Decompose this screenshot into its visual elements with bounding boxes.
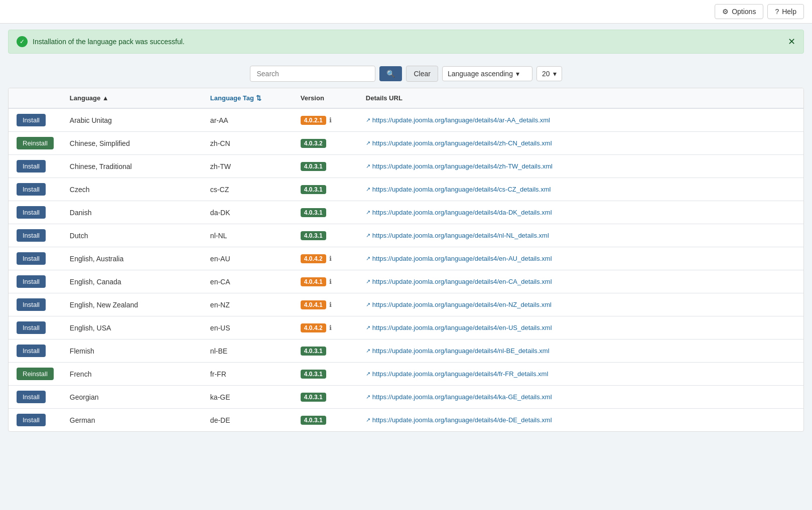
install-button[interactable]: Install — [17, 391, 46, 403]
version-badge: 4.0.3.1 — [301, 162, 326, 171]
table-row: InstallChinese, Traditionalzh-TW4.0.3.1↗… — [9, 155, 803, 178]
language-name: English, New Zealand — [70, 301, 138, 309]
version-badge: 4.0.4.1 — [301, 300, 326, 309]
top-bar: ⚙ Options ? Help — [0, 0, 812, 24]
external-link-icon: ↗ — [366, 324, 370, 331]
alert-check-icon: ✓ — [17, 36, 28, 47]
language-name: Danish — [70, 209, 92, 217]
info-icon[interactable]: ℹ — [329, 255, 332, 262]
external-link-icon: ↗ — [366, 301, 370, 308]
details-url-link[interactable]: ↗ https://update.joomla.org/language/det… — [366, 278, 795, 285]
details-url-link[interactable]: ↗ https://update.joomla.org/language/det… — [366, 255, 795, 262]
per-page-value: 20 — [542, 70, 550, 78]
install-button[interactable]: Install — [17, 183, 46, 196]
language-tag: ar-AA — [210, 116, 228, 124]
info-icon[interactable]: ℹ — [329, 301, 332, 308]
details-url-link[interactable]: ↗ https://update.joomla.org/language/det… — [366, 370, 795, 378]
install-button[interactable]: Install — [17, 160, 46, 173]
details-url-link[interactable]: ↗ https://update.joomla.org/language/det… — [366, 393, 795, 401]
version-badge: 4.0.2.1 — [301, 116, 326, 125]
language-name: Georgian — [70, 393, 99, 401]
language-name: German — [70, 416, 95, 424]
alert-content: ✓ Installation of the language pack was … — [17, 36, 185, 47]
install-button[interactable]: Install — [17, 321, 46, 334]
table-row: InstallGermande-DE4.0.3.1↗ https://updat… — [9, 409, 803, 432]
details-url-link[interactable]: ↗ https://update.joomla.org/language/det… — [366, 186, 795, 193]
success-alert: ✓ Installation of the language pack was … — [8, 30, 804, 54]
version-badge: 4.0.3.1 — [301, 208, 326, 217]
language-tag: en-US — [210, 324, 230, 332]
table-row: InstallEnglish, Canadaen-CA4.0.4.1ℹ↗ htt… — [9, 270, 803, 293]
version-badge: 4.0.3.1 — [301, 370, 326, 379]
col-header-details: Details URL — [358, 88, 803, 108]
reinstall-button[interactable]: Reinstall — [17, 137, 54, 149]
install-button[interactable]: Install — [17, 114, 46, 126]
help-icon: ? — [775, 8, 779, 16]
details-url-link[interactable]: ↗ https://update.joomla.org/language/det… — [366, 232, 795, 239]
search-input[interactable] — [250, 66, 375, 82]
version-badge: 4.0.3.1 — [301, 416, 326, 425]
per-page-select[interactable]: 20 ▾ — [536, 66, 562, 81]
search-button[interactable]: 🔍 — [379, 66, 402, 81]
language-name: Arabic Unitag — [70, 116, 112, 124]
version-badge: 4.0.3.1 — [301, 185, 326, 194]
external-link-icon: ↗ — [366, 163, 370, 169]
install-button[interactable]: Install — [17, 252, 46, 265]
install-button[interactable]: Install — [17, 345, 46, 357]
install-button[interactable]: Install — [17, 229, 46, 242]
info-icon[interactable]: ℹ — [329, 116, 332, 124]
language-table: Language ▲ Language Tag ⇅ Version Detail… — [9, 88, 803, 431]
details-url-link[interactable]: ↗ https://update.joomla.org/language/det… — [366, 162, 795, 170]
language-table-container: Language ▲ Language Tag ⇅ Version Detail… — [8, 88, 804, 432]
details-url-link[interactable]: ↗ https://update.joomla.org/language/det… — [366, 301, 795, 308]
table-row: InstallEnglish, USAen-US4.0.4.2ℹ↗ https:… — [9, 316, 803, 339]
table-row: ReinstallChinese, Simplifiedzh-CN4.0.3.2… — [9, 132, 803, 155]
language-tag: en-AU — [210, 255, 230, 263]
chevron-down-icon: ▾ — [553, 70, 557, 78]
info-icon[interactable]: ℹ — [329, 324, 332, 331]
clear-button[interactable]: Clear — [406, 66, 438, 82]
external-link-icon: ↗ — [366, 417, 370, 423]
options-button[interactable]: ⚙ Options — [715, 4, 763, 19]
language-tag: ka-GE — [210, 393, 230, 401]
search-icon: 🔍 — [386, 70, 395, 78]
col-header-tag[interactable]: Language Tag ⇅ — [202, 88, 293, 108]
details-url-link[interactable]: ↗ https://update.joomla.org/language/det… — [366, 324, 795, 331]
external-link-icon: ↗ — [366, 255, 370, 262]
language-tag: cs-CZ — [210, 186, 229, 194]
col-header-language[interactable]: Language ▲ — [62, 88, 202, 108]
install-button[interactable]: Install — [17, 206, 46, 219]
external-link-icon: ↗ — [366, 209, 370, 216]
help-button[interactable]: ? Help — [767, 4, 804, 19]
external-link-icon: ↗ — [366, 348, 370, 354]
version-badge: 4.0.4.1 — [301, 277, 326, 286]
table-row: InstallEnglish, New Zealanden-NZ4.0.4.1ℹ… — [9, 293, 803, 316]
language-tag: da-DK — [210, 209, 230, 217]
install-button[interactable]: Install — [17, 414, 46, 426]
install-button[interactable]: Install — [17, 275, 46, 288]
sort-language-tag-link[interactable]: Language Tag ⇅ — [210, 94, 285, 102]
language-tag: en-NZ — [210, 301, 230, 309]
info-icon[interactable]: ℹ — [329, 278, 332, 285]
sort-select[interactable]: Language ascending ▾ — [442, 66, 532, 81]
details-url-link[interactable]: ↗ https://update.joomla.org/language/det… — [366, 116, 795, 124]
language-tag: de-DE — [210, 416, 230, 424]
language-tag: zh-TW — [210, 162, 231, 171]
language-tag: fr-FR — [210, 370, 226, 378]
language-tag: nl-BE — [210, 347, 227, 355]
details-url-link[interactable]: ↗ https://update.joomla.org/language/det… — [366, 416, 795, 424]
install-button[interactable]: Install — [17, 298, 46, 311]
alert-close-button[interactable]: ✕ — [788, 37, 795, 46]
alert-message: Installation of the language pack was su… — [33, 38, 185, 46]
help-label: Help — [782, 8, 796, 16]
external-link-icon: ↗ — [366, 232, 370, 239]
clear-label: Clear — [414, 70, 430, 78]
details-url-link[interactable]: ↗ https://update.joomla.org/language/det… — [366, 139, 795, 147]
details-url-link[interactable]: ↗ https://update.joomla.org/language/det… — [366, 347, 795, 355]
language-name: French — [70, 370, 92, 378]
details-url-link[interactable]: ↗ https://update.joomla.org/language/det… — [366, 209, 795, 216]
external-link-icon: ↗ — [366, 394, 370, 400]
table-row: InstallGeorgianka-GE4.0.3.1↗ https://upd… — [9, 386, 803, 409]
language-name: Dutch — [70, 232, 88, 240]
reinstall-button[interactable]: Reinstall — [17, 368, 54, 380]
